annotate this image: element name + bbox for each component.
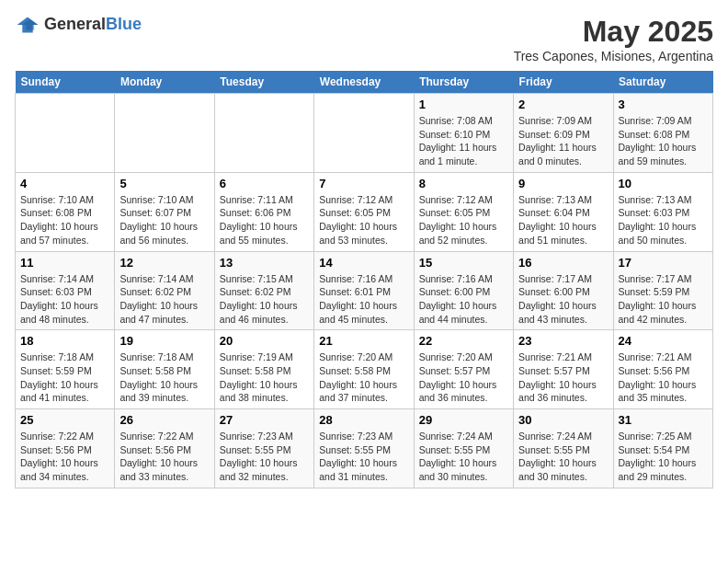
calendar-week-row: 25Sunrise: 7:22 AM Sunset: 5:56 PM Dayli… xyxy=(16,409,713,488)
day-info: Sunrise: 7:18 AM Sunset: 5:59 PM Dayligh… xyxy=(20,350,109,405)
day-number: 10 xyxy=(619,177,708,190)
day-number: 21 xyxy=(319,334,408,348)
day-number: 2 xyxy=(518,98,608,111)
calendar-body: 1Sunrise: 7:08 AM Sunset: 6:10 PM Daylig… xyxy=(16,94,713,488)
calendar-cell: 15Sunrise: 7:16 AM Sunset: 6:00 PM Dayli… xyxy=(414,251,513,330)
calendar-day-header: Saturday xyxy=(613,71,712,94)
calendar-cell: 11Sunrise: 7:14 AM Sunset: 6:03 PM Dayli… xyxy=(16,251,115,330)
logo-icon xyxy=(15,16,40,34)
main-title: May 2025 xyxy=(514,15,713,49)
day-info: Sunrise: 7:13 AM Sunset: 6:03 PM Dayligh… xyxy=(619,193,708,247)
calendar-cell: 21Sunrise: 7:20 AM Sunset: 5:58 PM Dayli… xyxy=(314,330,414,409)
day-info: Sunrise: 7:10 AM Sunset: 6:08 PM Dayligh… xyxy=(20,193,109,247)
day-number: 9 xyxy=(518,177,608,190)
calendar-cell: 8Sunrise: 7:12 AM Sunset: 6:05 PM Daylig… xyxy=(414,172,513,251)
calendar-cell: 9Sunrise: 7:13 AM Sunset: 6:04 PM Daylig… xyxy=(514,172,613,251)
day-number: 1 xyxy=(419,98,508,111)
day-info: Sunrise: 7:16 AM Sunset: 6:01 PM Dayligh… xyxy=(319,272,408,327)
day-number: 6 xyxy=(220,177,309,190)
day-number: 8 xyxy=(419,177,508,190)
calendar-cell: 31Sunrise: 7:25 AM Sunset: 5:54 PM Dayli… xyxy=(613,409,712,488)
day-info: Sunrise: 7:12 AM Sunset: 6:05 PM Dayligh… xyxy=(419,193,508,247)
calendar-week-row: 1Sunrise: 7:08 AM Sunset: 6:10 PM Daylig… xyxy=(16,94,713,173)
day-number: 29 xyxy=(419,413,508,427)
calendar-week-row: 4Sunrise: 7:10 AM Sunset: 6:08 PM Daylig… xyxy=(16,172,713,251)
day-number: 23 xyxy=(518,334,608,348)
subtitle: Tres Capones, Misiones, Argentina xyxy=(514,49,713,63)
day-number: 19 xyxy=(119,334,209,348)
day-info: Sunrise: 7:17 AM Sunset: 5:59 PM Dayligh… xyxy=(619,272,708,327)
calendar-cell: 6Sunrise: 7:11 AM Sunset: 6:06 PM Daylig… xyxy=(214,172,313,251)
calendar-cell: 10Sunrise: 7:13 AM Sunset: 6:03 PM Dayli… xyxy=(613,172,712,251)
calendar-cell: 26Sunrise: 7:22 AM Sunset: 5:56 PM Dayli… xyxy=(115,409,214,488)
calendar-day-header: Sunday xyxy=(16,71,115,94)
calendar-cell: 30Sunrise: 7:24 AM Sunset: 5:55 PM Dayli… xyxy=(514,409,613,488)
calendar-day-header: Thursday xyxy=(414,71,513,94)
day-info: Sunrise: 7:13 AM Sunset: 6:04 PM Dayligh… xyxy=(518,193,608,247)
day-number: 13 xyxy=(220,256,309,270)
day-info: Sunrise: 7:24 AM Sunset: 5:55 PM Dayligh… xyxy=(419,430,508,484)
day-number: 4 xyxy=(20,177,109,190)
calendar-week-row: 18Sunrise: 7:18 AM Sunset: 5:59 PM Dayli… xyxy=(16,330,713,409)
calendar-cell: 18Sunrise: 7:18 AM Sunset: 5:59 PM Dayli… xyxy=(16,330,115,409)
day-info: Sunrise: 7:20 AM Sunset: 5:58 PM Dayligh… xyxy=(319,350,408,405)
day-number: 24 xyxy=(619,334,708,348)
day-info: Sunrise: 7:21 AM Sunset: 5:57 PM Dayligh… xyxy=(518,350,608,405)
calendar-day-header: Tuesday xyxy=(214,71,313,94)
day-number: 27 xyxy=(220,413,309,427)
day-number: 30 xyxy=(518,413,608,427)
day-info: Sunrise: 7:22 AM Sunset: 5:56 PM Dayligh… xyxy=(119,430,209,484)
day-number: 11 xyxy=(20,256,109,270)
day-info: Sunrise: 7:25 AM Sunset: 5:54 PM Dayligh… xyxy=(619,430,708,484)
calendar-cell: 20Sunrise: 7:19 AM Sunset: 5:58 PM Dayli… xyxy=(214,330,313,409)
calendar-cell xyxy=(16,94,115,173)
day-info: Sunrise: 7:23 AM Sunset: 5:55 PM Dayligh… xyxy=(319,430,408,484)
calendar-cell: 7Sunrise: 7:12 AM Sunset: 6:05 PM Daylig… xyxy=(314,172,414,251)
day-info: Sunrise: 7:17 AM Sunset: 6:00 PM Dayligh… xyxy=(518,272,608,327)
day-number: 7 xyxy=(319,177,408,190)
calendar-cell: 13Sunrise: 7:15 AM Sunset: 6:02 PM Dayli… xyxy=(214,251,313,330)
day-info: Sunrise: 7:16 AM Sunset: 6:00 PM Dayligh… xyxy=(419,272,508,327)
day-info: Sunrise: 7:21 AM Sunset: 5:56 PM Dayligh… xyxy=(619,350,708,405)
calendar-cell xyxy=(115,94,214,173)
day-info: Sunrise: 7:09 AM Sunset: 6:08 PM Dayligh… xyxy=(619,114,708,168)
calendar-cell: 14Sunrise: 7:16 AM Sunset: 6:01 PM Dayli… xyxy=(314,251,414,330)
calendar-table: SundayMondayTuesdayWednesdayThursdayFrid… xyxy=(15,71,713,488)
day-number: 26 xyxy=(119,413,209,427)
calendar-header-row: SundayMondayTuesdayWednesdayThursdayFrid… xyxy=(16,71,713,94)
calendar-cell: 2Sunrise: 7:09 AM Sunset: 6:09 PM Daylig… xyxy=(514,94,613,173)
day-number: 18 xyxy=(20,334,109,348)
day-number: 31 xyxy=(619,413,708,427)
calendar-cell: 29Sunrise: 7:24 AM Sunset: 5:55 PM Dayli… xyxy=(414,409,513,488)
day-info: Sunrise: 7:14 AM Sunset: 6:03 PM Dayligh… xyxy=(20,272,109,327)
calendar-cell: 27Sunrise: 7:23 AM Sunset: 5:55 PM Dayli… xyxy=(214,409,313,488)
day-info: Sunrise: 7:20 AM Sunset: 5:57 PM Dayligh… xyxy=(419,350,508,405)
calendar-cell: 24Sunrise: 7:21 AM Sunset: 5:56 PM Dayli… xyxy=(613,330,712,409)
day-info: Sunrise: 7:12 AM Sunset: 6:05 PM Dayligh… xyxy=(319,193,408,247)
calendar-cell: 28Sunrise: 7:23 AM Sunset: 5:55 PM Dayli… xyxy=(314,409,414,488)
calendar-cell: 25Sunrise: 7:22 AM Sunset: 5:56 PM Dayli… xyxy=(16,409,115,488)
day-number: 17 xyxy=(619,256,708,270)
day-info: Sunrise: 7:23 AM Sunset: 5:55 PM Dayligh… xyxy=(220,430,309,484)
day-info: Sunrise: 7:09 AM Sunset: 6:09 PM Dayligh… xyxy=(518,114,608,168)
calendar-day-header: Friday xyxy=(514,71,613,94)
day-number: 3 xyxy=(619,98,708,111)
day-info: Sunrise: 7:19 AM Sunset: 5:58 PM Dayligh… xyxy=(220,350,309,405)
calendar-day-header: Wednesday xyxy=(314,71,414,94)
day-info: Sunrise: 7:11 AM Sunset: 6:06 PM Dayligh… xyxy=(220,193,309,247)
day-info: Sunrise: 7:10 AM Sunset: 6:07 PM Dayligh… xyxy=(119,193,209,247)
page-header: GeneralBlue May 2025 Tres Capones, Misio… xyxy=(15,15,713,63)
day-info: Sunrise: 7:24 AM Sunset: 5:55 PM Dayligh… xyxy=(518,430,608,484)
day-number: 14 xyxy=(319,256,408,270)
day-info: Sunrise: 7:18 AM Sunset: 5:58 PM Dayligh… xyxy=(119,350,209,405)
calendar-cell: 17Sunrise: 7:17 AM Sunset: 5:59 PM Dayli… xyxy=(613,251,712,330)
day-info: Sunrise: 7:22 AM Sunset: 5:56 PM Dayligh… xyxy=(20,430,109,484)
day-number: 5 xyxy=(119,177,209,190)
calendar-cell: 3Sunrise: 7:09 AM Sunset: 6:08 PM Daylig… xyxy=(613,94,712,173)
logo: GeneralBlue xyxy=(15,15,142,34)
calendar-cell: 19Sunrise: 7:18 AM Sunset: 5:58 PM Dayli… xyxy=(115,330,214,409)
day-number: 16 xyxy=(518,256,608,270)
day-number: 12 xyxy=(119,256,209,270)
day-number: 20 xyxy=(220,334,309,348)
calendar-cell: 16Sunrise: 7:17 AM Sunset: 6:00 PM Dayli… xyxy=(514,251,613,330)
